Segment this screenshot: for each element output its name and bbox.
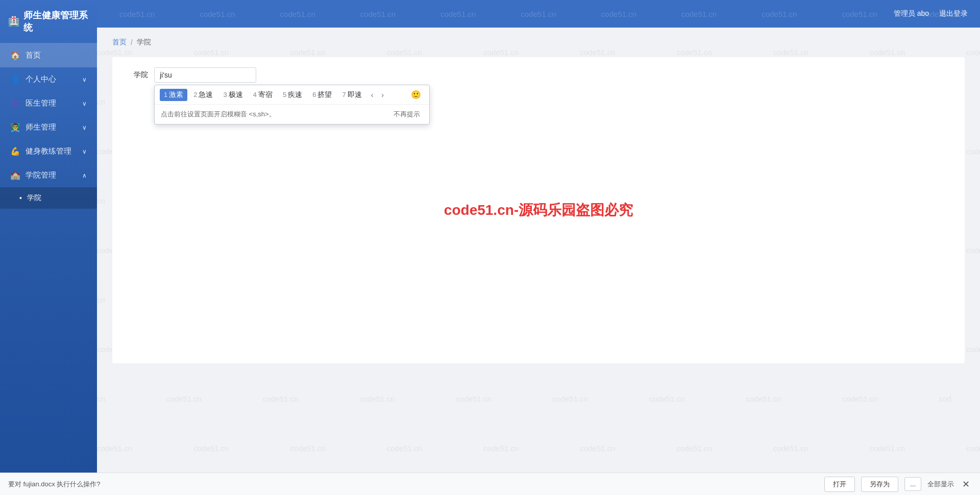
ime-candidate-5[interactable]: 5 疾速 bbox=[279, 89, 306, 101]
close-bottom-bar-button[interactable]: ✕ bbox=[960, 479, 972, 490]
open-button[interactable]: 打开 bbox=[824, 477, 855, 492]
ime-num-7: 7 bbox=[342, 91, 346, 98]
save-as-button[interactable]: 另存为 bbox=[861, 477, 898, 492]
ime-prev-button[interactable]: ‹ bbox=[368, 89, 377, 101]
chevron-down-icon: ∨ bbox=[82, 76, 87, 83]
dot-icon: • bbox=[19, 194, 22, 202]
coach-icon: 💪 bbox=[10, 146, 20, 156]
ime-candidates-row: 1 激素 2 急速 3 极速 4 寄宿 bbox=[155, 85, 429, 105]
chevron-down-icon: ∨ bbox=[82, 148, 87, 155]
breadcrumb-sep: / bbox=[131, 38, 133, 46]
sidebar-college-section: • 学院 bbox=[0, 187, 97, 209]
college-search-input[interactable] bbox=[154, 67, 256, 83]
ime-hint-text: 点击前往设置页面开启模糊音 <s,sh>。 bbox=[161, 110, 276, 119]
home-icon: 🏠 bbox=[10, 51, 20, 60]
breadcrumb-current: 学院 bbox=[137, 38, 151, 47]
ime-text-4: 寄宿 bbox=[258, 90, 273, 100]
logout-button[interactable]: 退出登录 bbox=[939, 9, 968, 18]
ime-text-7: 即速 bbox=[348, 90, 362, 100]
college-field-label: 学院 bbox=[122, 70, 148, 80]
file-prompt: 要对 fujian.docx 执行什么操作? bbox=[8, 480, 101, 488]
bottom-bar: 要对 fujian.docx 执行什么操作? 打开 另存为 ... 全部显示 ✕ bbox=[0, 473, 980, 495]
admin-label: 管理员 abo bbox=[894, 9, 929, 18]
sidebar-item-personal[interactable]: 👤 个人中心 ∨ bbox=[0, 67, 97, 91]
ime-num-6: 6 bbox=[312, 91, 316, 98]
logo-icon: 🏥 bbox=[8, 16, 19, 27]
sidebar-sub-item-college[interactable]: • 学院 bbox=[0, 187, 97, 209]
chevron-down-icon: ∨ bbox=[82, 100, 87, 107]
ime-text-5: 疾速 bbox=[288, 90, 302, 100]
sidebar-item-college[interactable]: 🏫 学院管理 ∧ bbox=[0, 163, 97, 187]
college-icon: 🏫 bbox=[10, 170, 20, 180]
sidebar-logo: 🏥 师生健康管理系统 bbox=[0, 0, 97, 43]
full-display-button[interactable]: 全部显示 bbox=[927, 480, 954, 489]
ime-num-4: 4 bbox=[253, 91, 257, 98]
chevron-up-icon: ∧ bbox=[82, 172, 87, 179]
sidebar-item-coach[interactable]: 💪 健身教练管理 ∨ bbox=[0, 139, 97, 163]
sidebar-item-medical[interactable]: ⚕️ 医生管理 ∨ bbox=[0, 91, 97, 115]
header: code51.cncode51.cncode51.cn code51.cncod… bbox=[97, 0, 980, 28]
ime-text-2: 急速 bbox=[199, 90, 213, 100]
teacher-icon: 👨‍🏫 bbox=[10, 122, 20, 132]
ime-num-2: 2 bbox=[193, 91, 197, 98]
sidebar-item-home[interactable]: 🏠 首页 bbox=[0, 43, 97, 67]
sidebar-item-teacher[interactable]: 👨‍🏫 师生管理 ∨ bbox=[0, 115, 97, 139]
file-info: 要对 fujian.docx 执行什么操作? bbox=[8, 480, 818, 489]
main-content: code51.cncode51.cncode51.cncode51.cncode… bbox=[97, 28, 980, 495]
ime-candidate-7[interactable]: 7 即速 bbox=[338, 89, 365, 101]
bottom-right-actions: 全部显示 ✕ bbox=[927, 479, 972, 490]
ime-no-display-button[interactable]: 不再提示 bbox=[390, 109, 423, 120]
personal-icon: 👤 bbox=[10, 75, 20, 84]
ime-candidate-3[interactable]: 3 极速 bbox=[219, 89, 247, 101]
ime-num-1: 1 bbox=[164, 91, 167, 98]
chevron-down-icon: ∨ bbox=[82, 124, 87, 131]
sidebar: 🏥 师生健康管理系统 🏠 首页 👤 个人中心 ∨ ⚕️ 医生管理 ∨ 👨‍🏫 师… bbox=[0, 0, 97, 495]
college-form-row: 学院 1 激素 2 急速 3 极速 bbox=[122, 67, 954, 83]
breadcrumb-home[interactable]: 首页 bbox=[112, 38, 127, 47]
ime-hint-row: 点击前往设置页面开启模糊音 <s,sh>。 不再提示 bbox=[155, 105, 429, 124]
ime-text-6: 挤望 bbox=[317, 90, 332, 100]
more-options-button[interactable]: ... bbox=[904, 477, 921, 491]
center-watermark-text: code51.cn-源码乐园盗图必究 bbox=[444, 201, 633, 220]
ime-emoji-button[interactable]: 🙂 bbox=[408, 88, 424, 101]
ime-dropdown: 1 激素 2 急速 3 极速 4 寄宿 bbox=[154, 85, 430, 125]
header-watermark: code51.cncode51.cncode51.cn code51.cncod… bbox=[97, 0, 980, 28]
ime-next-button[interactable]: › bbox=[378, 89, 387, 101]
ime-candidate-6[interactable]: 6 挤望 bbox=[308, 89, 336, 101]
ime-candidate-2[interactable]: 2 急速 bbox=[189, 89, 217, 101]
medical-icon: ⚕️ bbox=[10, 98, 20, 108]
content-area: 学院 1 激素 2 急速 3 极速 bbox=[112, 57, 965, 363]
ime-candidate-1[interactable]: 1 激素 bbox=[160, 89, 187, 101]
ime-text-3: 极速 bbox=[229, 90, 243, 100]
breadcrumb: 首页 / 学院 bbox=[112, 38, 965, 47]
ime-candidate-4[interactable]: 4 寄宿 bbox=[249, 89, 277, 101]
ime-text-1: 激素 bbox=[169, 90, 183, 100]
ime-num-3: 3 bbox=[223, 91, 227, 98]
ime-num-5: 5 bbox=[283, 91, 286, 98]
